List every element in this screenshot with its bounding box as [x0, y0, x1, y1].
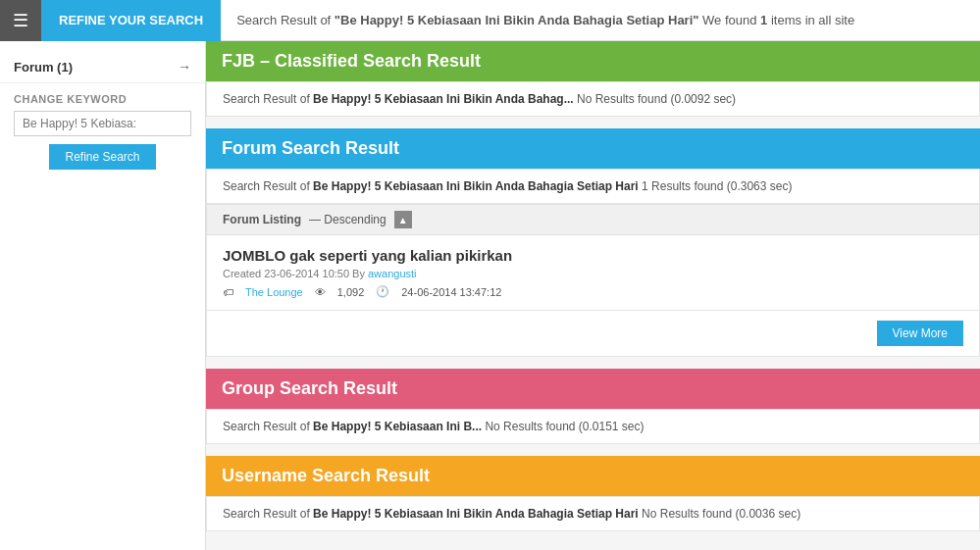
search-query: "Be Happy! 5 Kebiasaan Ini Bikin Anda Ba…	[335, 13, 699, 27]
tag-icon: 🏷	[223, 286, 233, 298]
fjb-body-prefix: Search Result of	[223, 92, 313, 106]
hamburger-icon: ☰	[13, 10, 28, 31]
view-more-row: View More	[206, 311, 980, 357]
sort-icon[interactable]: ▲	[394, 211, 412, 228]
view-more-button[interactable]: View More	[877, 321, 963, 346]
username-body-suffix: No Results found (0.0036 sec)	[639, 507, 800, 521]
username-body-prefix: Search Result of	[223, 507, 313, 521]
forum-result-tags: 🏷 The Lounge 👁 1,092 🕐 24-06-2014 13:47:…	[223, 285, 963, 298]
hamburger-button[interactable]: ☰	[0, 0, 41, 41]
content-area: FJB – Classified Search Result Search Re…	[206, 41, 980, 550]
forum-body-prefix: Search Result of	[223, 179, 313, 193]
keyword-input[interactable]	[14, 111, 191, 136]
forum-label: Forum	[14, 60, 53, 75]
main-layout: Forum (1) → CHANGE KEYWORD Refine Search…	[0, 41, 980, 550]
sidebar: Forum (1) → CHANGE KEYWORD Refine Search	[0, 41, 206, 550]
group-section: Group Search Result Search Result of Be …	[206, 369, 980, 444]
forum-header: Forum Search Result	[206, 128, 980, 169]
username-body-query: Be Happy! 5 Kebiasaan Ini Bikin Anda Bah…	[313, 507, 639, 521]
forum-result-date: 24-06-2014 13:47:12	[401, 286, 501, 298]
username-header: Username Search Result	[206, 456, 980, 496]
forum-listing-sort: — Descending	[309, 213, 387, 226]
username-body: Search Result of Be Happy! 5 Kebiasaan I…	[206, 496, 980, 531]
forum-result-views: 1,092	[337, 286, 365, 298]
group-body-prefix: Search Result of	[223, 420, 313, 433]
search-prefix: Search Result of	[236, 13, 335, 27]
search-suffix: We found	[698, 13, 760, 27]
top-bar: ☰ REFINE YOUR SEARCH Search Result of "B…	[0, 0, 980, 41]
group-body-query: Be Happy! 5 Kebiasaan Ini B...	[313, 420, 482, 433]
forum-body: Search Result of Be Happy! 5 Kebiasaan I…	[206, 169, 980, 204]
sidebar-refine-button[interactable]: Refine Search	[49, 144, 155, 170]
forum-body-query: Be Happy! 5 Kebiasaan Ini Bikin Anda Bah…	[313, 179, 639, 193]
forum-result-title[interactable]: JOMBLO gak seperti yang kalian pikirkan	[223, 247, 963, 264]
separator-1	[206, 121, 980, 128]
sidebar-forum-label: Forum (1)	[14, 60, 73, 75]
forum-result-meta-text: Created 23-06-2014 10:50 By	[223, 268, 368, 279]
forum-result-author[interactable]: awangusti	[368, 268, 417, 279]
sidebar-forum-row: Forum (1) →	[0, 51, 205, 83]
forum-result-tag-link[interactable]: The Lounge	[245, 286, 303, 298]
forum-listing-label: Forum Listing	[223, 213, 301, 226]
views-icon: 👁	[315, 286, 326, 298]
username-section: Username Search Result Search Result of …	[206, 456, 980, 531]
group-header: Group Search Result	[206, 369, 980, 409]
forum-result-item: JOMBLO gak seperti yang kalian pikirkan …	[206, 235, 980, 311]
fjb-section: FJB – Classified Search Result Search Re…	[206, 41, 980, 117]
separator-3	[206, 448, 980, 456]
change-keyword-label: CHANGE KEYWORD	[14, 93, 191, 105]
forum-section: Forum Search Result Search Result of Be …	[206, 128, 980, 357]
refine-your-search-button[interactable]: REFINE YOUR SEARCH	[41, 0, 221, 41]
date-icon: 🕐	[376, 285, 389, 298]
sidebar-arrow-icon[interactable]: →	[178, 59, 191, 75]
forum-count: (1)	[57, 60, 73, 75]
fjb-body-query: Be Happy! 5 Kebiasaan Ini Bikin Anda Bah…	[313, 92, 574, 106]
forum-listing-bar: Forum Listing — Descending ▲	[206, 204, 980, 235]
group-body-suffix: No Results found (0.0151 sec)	[482, 420, 644, 433]
separator-2	[206, 361, 980, 369]
sidebar-change-keyword: CHANGE KEYWORD Refine Search	[0, 83, 205, 179]
top-bar-search-text: Search Result of "Be Happy! 5 Kebiasaan …	[221, 13, 870, 27]
forum-body-suffix: 1 Results found (0.3063 sec)	[639, 179, 793, 193]
fjb-header: FJB – Classified Search Result	[206, 41, 980, 81]
fjb-body-suffix: No Results found (0.0092 sec)	[574, 92, 736, 106]
fjb-body: Search Result of Be Happy! 5 Kebiasaan I…	[206, 81, 980, 117]
forum-result-meta: Created 23-06-2014 10:50 By awangusti	[223, 268, 963, 279]
group-body: Search Result of Be Happy! 5 Kebiasaan I…	[206, 409, 980, 444]
search-suffix2: items in all site	[767, 13, 854, 27]
